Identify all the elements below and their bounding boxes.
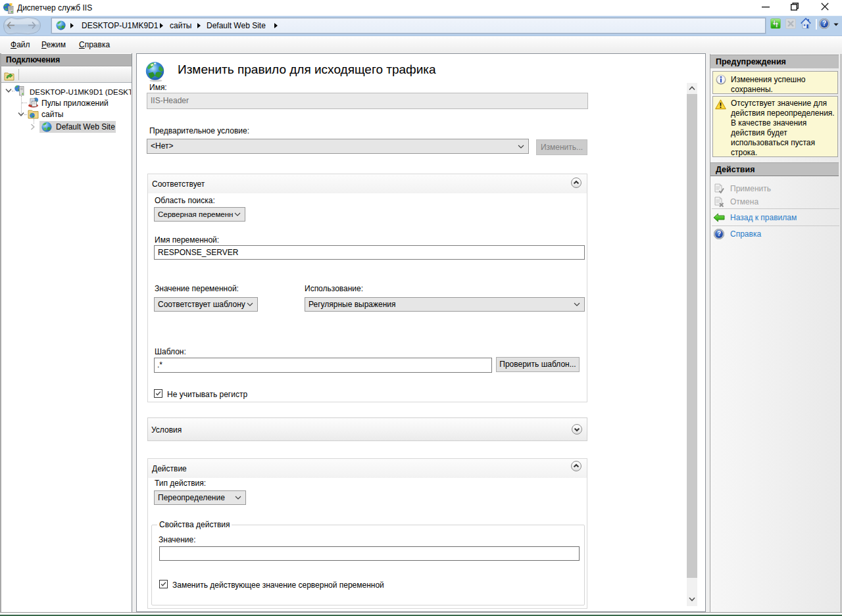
svg-text:?: ? (822, 20, 826, 27)
svg-text:?: ? (717, 230, 721, 237)
